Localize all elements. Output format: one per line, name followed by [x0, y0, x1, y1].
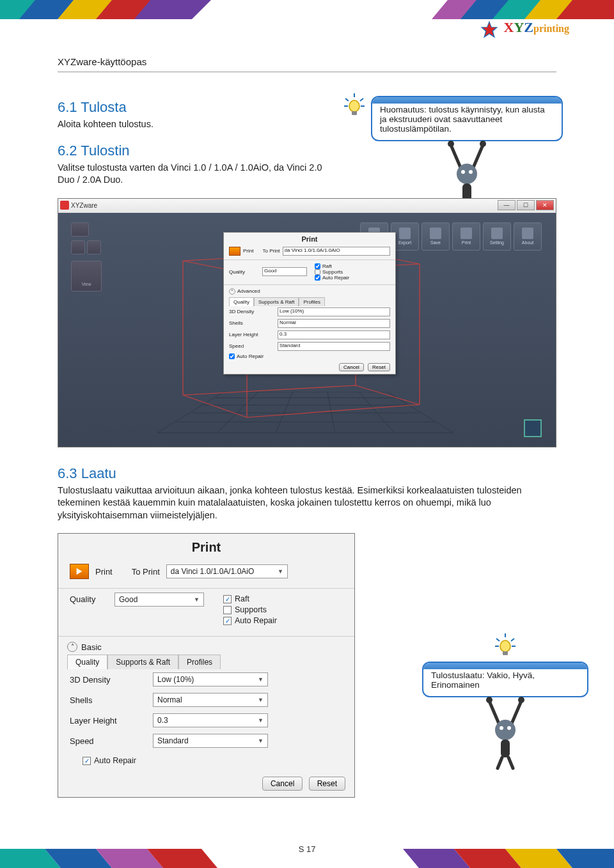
- tab-quality-big[interactable]: Quality: [67, 655, 107, 669]
- body-6-3: Tulostuslaatu vaikuttaa arvioituun aikaa…: [58, 484, 563, 522]
- dialog-title: Print: [224, 233, 395, 245]
- tool-plus-icon[interactable]: [87, 240, 101, 254]
- shells-label: Shells: [229, 320, 274, 326]
- print-action-button-big[interactable]: [70, 564, 89, 579]
- layer-height-select-big[interactable]: 0.3▼: [153, 713, 268, 727]
- maximize-button[interactable]: ☐: [517, 200, 535, 210]
- svg-point-27: [461, 170, 465, 174]
- advanced-toggle[interactable]: ˄Advanced: [224, 287, 395, 296]
- svg-rect-58: [501, 740, 510, 757]
- setting-button[interactable]: Setting: [483, 222, 511, 251]
- print-action-button[interactable]: [229, 247, 240, 256]
- supports-checkbox-big[interactable]: Supports: [223, 605, 277, 614]
- supports-checkbox[interactable]: Supports: [315, 269, 349, 275]
- raft-checkbox-big[interactable]: ✓Raft: [223, 594, 277, 603]
- density-select[interactable]: Low (10%): [278, 307, 390, 316]
- print-label: Print: [243, 248, 253, 254]
- minimize-button[interactable]: —: [498, 200, 516, 210]
- density-label-big: 3D Density: [70, 675, 146, 685]
- build-platform-grid: [157, 392, 453, 434]
- heading-6-3: 6.3 Laatu: [58, 465, 563, 482]
- svg-line-13: [345, 98, 349, 101]
- auto-repair-checkbox-big-2[interactable]: ✓Auto Repair: [83, 756, 136, 765]
- svg-line-14: [360, 98, 363, 101]
- printer-select[interactable]: da Vinci 1.0/1.0A/1.0AiO: [283, 247, 390, 256]
- tip-callout-2: Tulostuslaatu: Vakio, Hyvä, Erinomainen: [422, 632, 588, 759]
- dialog-title-big: Print: [58, 534, 354, 560]
- basic-toggle[interactable]: ˄Basic: [58, 637, 354, 655]
- gear-icon: [491, 228, 503, 239]
- speed-select-big[interactable]: Standard▼: [153, 734, 268, 748]
- tool-layers-icon[interactable]: [71, 222, 89, 236]
- svg-point-56: [518, 697, 524, 703]
- tip-1-text: Huomautus: tulostus käynnistyy, kun alus…: [380, 105, 554, 134]
- printer-select-big[interactable]: da Vinci 1.0/1.0A/1.0AiO▼: [166, 564, 288, 578]
- speed-select[interactable]: Standard: [278, 342, 390, 351]
- left-toolbar: View: [71, 222, 102, 291]
- density-label: 3D Density: [229, 309, 274, 314]
- view-cube[interactable]: View: [71, 261, 102, 291]
- shells-select-big[interactable]: Normal▼: [153, 693, 268, 707]
- svg-point-55: [486, 697, 492, 703]
- guide-title: XYZware-käyttöopas: [58, 56, 146, 67]
- about-button[interactable]: About: [514, 222, 542, 251]
- density-select-big[interactable]: Low (10%)▼: [153, 672, 268, 686]
- save-icon: [430, 228, 441, 239]
- tab-supports-raft-big[interactable]: Supports & Raft: [107, 655, 178, 669]
- body-6-2: Valitse tulostusta varten da Vinci 1.0 /…: [58, 162, 333, 187]
- reset-button-big[interactable]: Reset: [309, 777, 345, 791]
- tool-minus-icon[interactable]: [71, 240, 85, 254]
- layer-height-label: Layer Height: [229, 332, 274, 337]
- app-icon: [60, 201, 69, 210]
- auto-repair-checkbox[interactable]: Auto Repair: [315, 275, 349, 281]
- svg-rect-52: [503, 651, 508, 655]
- quality-label: Quality: [229, 269, 260, 275]
- mascot-icon: [441, 139, 492, 203]
- svg-line-59: [498, 757, 502, 768]
- tab-profiles[interactable]: Profiles: [299, 297, 325, 306]
- reset-button[interactable]: Reset: [368, 363, 390, 371]
- shells-label-big: Shells: [70, 695, 146, 705]
- svg-point-23: [457, 164, 477, 184]
- print-label-big: Print: [95, 567, 113, 577]
- svg-line-35: [157, 392, 223, 433]
- svg-point-17: [349, 100, 359, 112]
- tab-supports-raft[interactable]: Supports & Raft: [254, 297, 299, 306]
- window-title: XYZware: [71, 202, 97, 209]
- quality-select-big[interactable]: Good▼: [114, 593, 204, 607]
- quality-label-big: Quality: [70, 593, 108, 604]
- layer-height-select[interactable]: 0.3: [278, 330, 390, 339]
- chevron-down-icon: ▼: [258, 738, 264, 744]
- shells-select[interactable]: Normal: [278, 319, 390, 328]
- svg-line-40: [388, 392, 453, 433]
- cancel-button[interactable]: Cancel: [339, 363, 364, 371]
- lightbulb-icon: [342, 92, 367, 118]
- svg-marker-45: [77, 568, 83, 575]
- mascot-icon: [480, 695, 531, 759]
- auto-repair-checkbox-2[interactable]: Auto Repair: [229, 353, 264, 359]
- close-button[interactable]: ✕: [536, 200, 554, 210]
- tip-callout-1: Huomautus: tulostus käynnistyy, kun alus…: [371, 96, 563, 203]
- save-button[interactable]: Save: [421, 222, 450, 251]
- print-button[interactable]: Print: [452, 222, 480, 251]
- svg-rect-18: [352, 111, 357, 115]
- quality-select[interactable]: Good: [262, 267, 307, 276]
- svg-line-54: [512, 701, 521, 724]
- svg-point-28: [469, 170, 473, 174]
- chevron-down-icon: ▼: [258, 717, 264, 724]
- svg-point-62: [507, 726, 511, 730]
- brand-logo: XYZprinting: [480, 19, 569, 39]
- window-controls: — ☐ ✕: [498, 200, 554, 210]
- tab-quality[interactable]: Quality: [229, 297, 254, 306]
- svg-line-19: [451, 145, 460, 167]
- tab-profiles-big[interactable]: Profiles: [178, 655, 221, 669]
- cancel-button-big[interactable]: Cancel: [262, 777, 303, 791]
- decorative-ribbon-top: [0, 0, 614, 19]
- svg-point-51: [500, 640, 510, 652]
- print-icon: [460, 228, 472, 239]
- export-icon: [399, 228, 411, 239]
- svg-line-20: [473, 145, 483, 167]
- auto-repair-checkbox-big[interactable]: ✓Auto Repair: [223, 616, 277, 625]
- raft-checkbox[interactable]: Raft: [315, 263, 349, 269]
- info-icon: [522, 228, 533, 239]
